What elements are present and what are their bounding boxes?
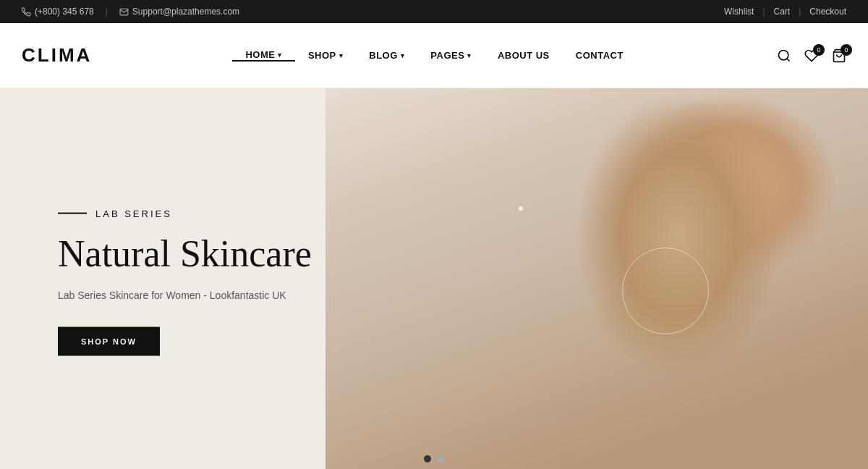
wishlist-link[interactable]: Wishlist xyxy=(724,7,754,17)
search-button[interactable] xyxy=(777,48,791,63)
hero-dot-decoration xyxy=(519,206,523,211)
email-info: Support@plazathemes.com xyxy=(119,7,239,17)
hero-figure xyxy=(326,88,868,469)
hero-subtitle: Lab Series Skincare for Women - Lookfant… xyxy=(58,290,312,301)
shop-now-button[interactable]: SHOP NOW xyxy=(58,327,160,356)
chevron-icon: ▾ xyxy=(278,51,282,59)
hero-line-decoration xyxy=(58,213,87,214)
checkout-link[interactable]: Checkout xyxy=(809,7,846,17)
hero-section: LAB SERIES Natural Skincare Lab Series S… xyxy=(0,88,868,469)
wishlist-button[interactable]: 0 xyxy=(804,48,819,63)
email-address: Support@plazathemes.com xyxy=(132,7,239,17)
svg-point-0 xyxy=(779,50,788,59)
separator-1: | xyxy=(106,7,108,17)
nav-blog[interactable]: BLOG ▾ xyxy=(356,50,417,61)
chevron-icon: ▾ xyxy=(339,52,344,59)
phone-info: (+800) 345 678 xyxy=(22,7,94,17)
top-bar: (+800) 345 678 | Support@plazathemes.com… xyxy=(0,0,868,23)
nav-pages[interactable]: PAGES ▾ xyxy=(417,50,485,61)
svg-line-1 xyxy=(787,58,790,61)
hero-circle-decoration xyxy=(622,248,709,334)
logo[interactable]: CLIMA xyxy=(22,44,92,67)
header-icons: 0 0 xyxy=(777,48,846,63)
slider-dots xyxy=(424,455,444,462)
hero-content: LAB SERIES Natural Skincare Lab Series S… xyxy=(58,208,312,356)
separator-2: | xyxy=(762,7,765,17)
top-bar-right: Wishlist | Cart | Checkout xyxy=(724,7,846,17)
slider-dot-2[interactable] xyxy=(437,455,444,462)
chevron-icon: ▾ xyxy=(467,52,472,59)
nav-home[interactable]: HOME ▾ xyxy=(232,49,295,62)
top-bar-left: (+800) 345 678 | Support@plazathemes.com xyxy=(22,7,239,17)
main-nav: HOME ▾ SHOP ▾ BLOG ▾ PAGES ▾ ABOUT US CO… xyxy=(232,49,636,62)
hero-label: LAB SERIES xyxy=(58,208,312,219)
hero-title: Natural Skincare xyxy=(58,232,312,275)
phone-number: (+800) 345 678 xyxy=(35,7,94,17)
hero-series-label: LAB SERIES xyxy=(95,208,172,219)
slider-dot-1[interactable] xyxy=(424,455,431,462)
cart-button[interactable]: 0 xyxy=(832,48,846,63)
header: CLIMA HOME ▾ SHOP ▾ BLOG ▾ PAGES ▾ ABOUT… xyxy=(0,23,868,88)
separator-3: | xyxy=(799,7,801,17)
nav-contact[interactable]: CONTACT xyxy=(563,50,637,61)
wishlist-badge: 0 xyxy=(813,44,825,56)
cart-link[interactable]: Cart xyxy=(774,7,791,17)
chevron-icon: ▾ xyxy=(401,52,405,59)
nav-shop[interactable]: SHOP ▾ xyxy=(295,50,356,61)
nav-about[interactable]: ABOUT US xyxy=(485,50,563,61)
cart-badge: 0 xyxy=(841,44,852,56)
